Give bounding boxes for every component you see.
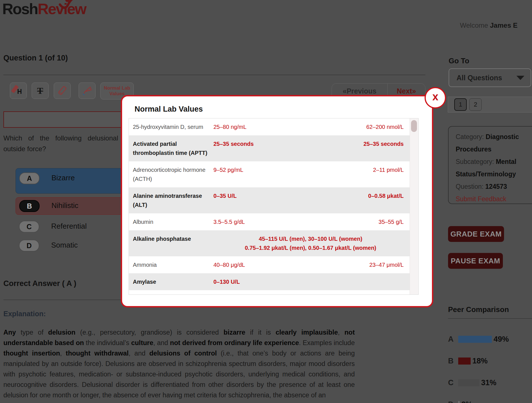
choice-label-c: Referential — [51, 221, 87, 231]
peer-comparison-heading: Peer Comparison — [448, 305, 509, 314]
lab-name: Ammonia — [133, 260, 213, 269]
divider — [3, 75, 425, 75]
peer-label: D — [448, 400, 458, 403]
modal-close-button[interactable]: x — [425, 87, 446, 109]
lab-row: 25-hydroxyvitamin D, serum25–80 ng/mL62–… — [129, 118, 410, 135]
choice-label-a: Bizarre — [51, 172, 75, 182]
lab-name: Alanine aminotransferase (ALT) — [133, 191, 213, 209]
logo-checkmark-icon — [58, 0, 88, 14]
lab-si-value: 0–0.58 μkat/L — [307, 191, 410, 209]
peer-bar — [458, 336, 492, 343]
lab-si-value: 8–16 mmol/L — [307, 294, 410, 295]
lab-row: Anion Gap8–16 mEq/L8–16 mmol/L — [129, 290, 410, 295]
lab-combined-values: 45–115 U/L (men), 30–100 U/L (women)0.75… — [213, 234, 410, 252]
lab-values-table: 25-hydroxyvitamin D, serum25–80 ng/mL62–… — [129, 118, 419, 295]
lab-si-value: 25–35 seconds — [307, 139, 410, 157]
peer-row-c: C31% — [448, 372, 532, 394]
pause-exam-button[interactable]: PAUSE EXAM — [448, 253, 503, 269]
peer-row-b: B18% — [448, 350, 532, 372]
eraser-button[interactable] — [54, 83, 71, 99]
lab-row: Alanine aminotransferase (ALT)0–35 U/L0–… — [129, 187, 410, 213]
modal-title: Normal Lab Values — [135, 105, 203, 114]
choice-pill-c[interactable]: C — [19, 221, 39, 233]
lab-row: Albumin3.5–5.5 g/dL35–55 g/L — [129, 213, 410, 230]
choice-pill-d[interactable]: D — [19, 240, 39, 252]
goto-dropdown[interactable]: All Questions — [449, 68, 531, 87]
lab-name: Amylase — [133, 277, 213, 286]
peer-bar — [458, 401, 460, 403]
strikethrough-button[interactable]: T — [32, 83, 49, 99]
info-line: Category: Diagnostic Procedures — [456, 131, 532, 155]
lab-conventional-value: 3.5–5.5 g/dL — [213, 217, 307, 226]
lab-name: 25-hydroxyvitamin D, serum — [133, 122, 213, 131]
flag-button[interactable] — [79, 83, 96, 99]
modal-scrollbar-thumb[interactable] — [411, 120, 417, 132]
choice-pill-b[interactable]: B — [19, 200, 40, 212]
lab-row: Ammonia40–80 μg/dL23–47 μmol/L — [129, 256, 410, 273]
lab-conventional-value: 40–80 μg/dL — [213, 260, 307, 269]
question-stem: Which of the following delusional outsid… — [3, 133, 122, 154]
stem-line-1: Which of the following delusional — [3, 133, 118, 144]
peer-percent: 2% — [461, 400, 472, 403]
app-screen: RoshReview Welcome James E Question 1 (o… — [0, 0, 532, 403]
peer-percent: 18% — [472, 357, 488, 365]
goto-label: Go To — [449, 57, 469, 65]
submit-feedback-link[interactable]: Submit Feedback — [456, 193, 532, 205]
palette-button-1[interactable]: 1 — [454, 98, 467, 111]
info-line: Subcategory: Mental Status/Terminology — [456, 155, 532, 180]
close-icon: x — [432, 91, 438, 103]
lab-si-value — [307, 277, 410, 286]
question-number-heading: Question 1 (of 10) — [3, 54, 68, 62]
question-info-box: Category: Diagnostic ProceduresSubcatego… — [448, 126, 532, 204]
lab-name: Adrenocorticotropic hormone (ACTH) — [133, 165, 213, 183]
correct-answer-heading: Correct Answer ( A ) — [3, 279, 76, 288]
peer-bar — [458, 358, 471, 365]
peer-label: C — [448, 378, 458, 387]
lab-name: Anion Gap — [133, 294, 213, 295]
peer-bar — [458, 379, 479, 386]
lab-conventional-value: 25–80 ng/mL — [213, 122, 307, 131]
lab-si-value: 35–55 g/L — [307, 217, 410, 226]
divider — [448, 318, 532, 319]
info-line: Question: 124573 — [456, 180, 532, 193]
lab-row: Amylase0–130 U/L — [129, 273, 410, 290]
peer-percent: 31% — [481, 378, 496, 387]
peer-label: B — [448, 357, 458, 365]
choice-pill-a[interactable]: A — [19, 172, 40, 184]
lab-conventional-value: 0–35 U/L — [213, 191, 307, 209]
peer-row-d: D2% — [448, 394, 532, 403]
lab-si-value: 62–200 nmol/L — [307, 122, 410, 131]
grade-exam-button[interactable]: GRADE EXAM — [448, 226, 504, 242]
palette-button-2[interactable]: 2 — [469, 98, 482, 111]
eraser-icon — [57, 86, 67, 96]
peer-comparison-chart: A49%B18%C31%D2% — [448, 328, 532, 403]
explanation-paragraph: Any type of delusion (e.g., persecutory,… — [3, 327, 355, 400]
lab-conventional-value: 9–52 pg/mL — [213, 165, 307, 183]
rosh-review-logo[interactable]: RoshReview — [2, 0, 86, 18]
flag-icon — [82, 85, 92, 96]
lab-name: Activated partial thromboplastin time (A… — [133, 139, 213, 157]
user-name: James E — [490, 21, 517, 29]
highlighter-button[interactable]: H — [10, 83, 27, 99]
highlighter-letter: H — [17, 88, 22, 96]
goto-dropdown-value: All Questions — [457, 74, 502, 82]
modal-scrollbar[interactable] — [410, 118, 418, 294]
lab-rows: 25-hydroxyvitamin D, serum25–80 ng/mL62–… — [129, 118, 410, 295]
explanation-heading: Explanation: — [3, 310, 46, 318]
chevron-down-icon — [516, 76, 524, 80]
lab-row: Activated partial thromboplastin time (A… — [129, 135, 410, 161]
choice-label-d: Somatic — [51, 240, 78, 250]
lab-conventional-value: 8–16 mEq/L — [213, 294, 307, 295]
welcome-prefix: Welcome — [460, 21, 490, 29]
stem-line-2: outside force? — [3, 144, 122, 154]
strikethrough-icon: T — [37, 86, 43, 96]
question-toolbar: H T Normal Lab Values — [3, 83, 139, 99]
lab-name: Albumin — [133, 217, 213, 226]
logo-text-rosh: Rosh — [2, 0, 38, 17]
lab-row: Adrenocorticotropic hormone (ACTH)9–52 p… — [129, 161, 410, 187]
question-palette: 12 — [448, 97, 532, 112]
lab-si-value: 23–47 μmol/L — [307, 260, 410, 269]
peer-label: A — [448, 335, 458, 344]
lab-si-value: 2–11 pmol/L — [307, 165, 410, 183]
lab-name: Alkaline phosphatase — [133, 234, 213, 252]
